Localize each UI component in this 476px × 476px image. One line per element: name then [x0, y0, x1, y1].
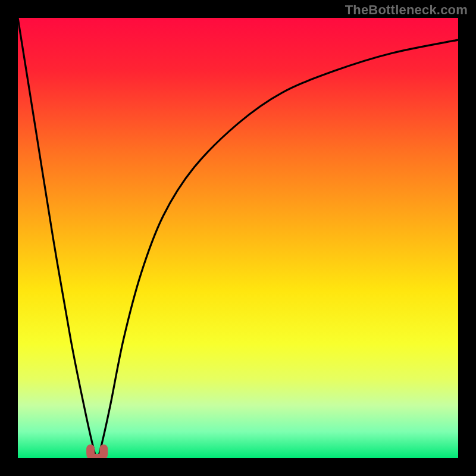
- watermark-text: TheBottleneck.com: [345, 2, 468, 18]
- chart-frame: TheBottleneck.com: [0, 0, 476, 476]
- chart-background: [18, 18, 458, 458]
- bottleneck-chart: [18, 18, 458, 458]
